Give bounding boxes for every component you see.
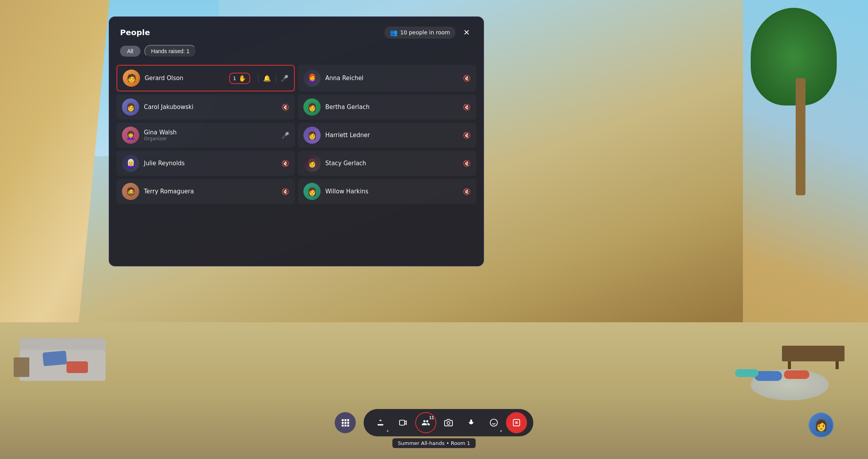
avatar-harriett: 👩 [303, 127, 321, 144]
svg-point-10 [447, 421, 450, 424]
person-actions-anna: 🔇 [463, 75, 471, 82]
apps-grid-icon [341, 418, 350, 427]
divider [258, 73, 258, 83]
people-button[interactable]: 11 [415, 412, 436, 433]
person-actions-willow: 🔇 [463, 188, 471, 195]
hand-raise-box: 1 ✋ [229, 73, 250, 84]
bench [782, 346, 845, 361]
microphone-icon [467, 418, 475, 427]
person-actions-carol: 🔇 [282, 104, 289, 111]
avatar-stacy: 👩 [303, 155, 321, 172]
svg-rect-4 [344, 422, 346, 424]
person-row-terry[interactable]: 🧔 Terry Romaguera 🔇 [117, 179, 295, 204]
panel-header: People 👥 10 people in room ✕ [109, 17, 484, 45]
camera-icon [444, 418, 453, 427]
person-info-anna: Anna Reichel [325, 75, 463, 82]
bench-leg [836, 361, 839, 369]
person-actions-terry: 🔇 [282, 188, 289, 195]
ground-cushion-blue [755, 371, 782, 381]
share-button[interactable]: ▲ [370, 412, 391, 433]
person-actions-gerard: 1 ✋ 🔔 🎤 [229, 73, 289, 84]
video-button[interactable] [393, 412, 414, 433]
person-info-carol: Carol Jakubowski [144, 104, 282, 111]
people-panel: People 👥 10 people in room ✕ All Hands r… [109, 16, 484, 266]
svg-point-12 [490, 419, 497, 426]
video-icon [399, 418, 407, 427]
people-count-icon: 👥 [390, 29, 398, 36]
mic-muted-icon-carol: 🔇 [282, 104, 289, 111]
person-info-bertha: Bertha Gerlach [325, 104, 463, 111]
share-chevron: ▲ [386, 429, 389, 432]
leave-button[interactable] [506, 412, 527, 433]
toolbar: ▲ 11 [335, 409, 533, 436]
sofa-area [12, 311, 121, 381]
panel-title: People [120, 28, 150, 37]
mic-muted-icon-bertha: 🔇 [463, 104, 471, 111]
cushion-blue [43, 350, 67, 366]
person-info-harriett: Harriett Ledner [325, 132, 463, 139]
apps-button[interactable] [335, 412, 356, 433]
person-actions-harriett: 🔇 [463, 132, 471, 139]
svg-rect-2 [347, 419, 349, 421]
mic-muted-icon-julie: 🔇 [282, 160, 289, 167]
ground-cushion-red [784, 370, 809, 379]
mic-muted-icon-willow: 🔇 [463, 188, 471, 195]
mic-icon-gina: 🎤 [282, 132, 289, 139]
avatar-anna: 👩‍🦰 [303, 70, 321, 87]
mic-muted-icon-harriett: 🔇 [463, 132, 471, 139]
person-name-gina: Gina Walsh [144, 129, 282, 136]
person-actions-bertha: 🔇 [463, 104, 471, 111]
user-avatar-emoji: 👩 [814, 419, 828, 432]
person-info-terry: Terry Romaguera [144, 188, 282, 195]
avatar-julie: 👩‍🦳 [122, 155, 139, 172]
side-table [14, 357, 29, 377]
people-count-label: 10 people in room [400, 29, 450, 36]
person-row-gerard[interactable]: 🧑 Gerard Olson 1 ✋ 🔔 🎤 [117, 65, 295, 91]
person-row-harriett[interactable]: 👩 Harriett Ledner 🔇 [298, 123, 476, 148]
tree-foliage [751, 8, 837, 105]
share-icon [376, 418, 385, 427]
person-name-gerard: Gerard Olson [145, 75, 229, 82]
person-name-julie: Julie Reynolds [144, 160, 282, 167]
avatar-bertha: 👩 [303, 98, 321, 116]
reactions-icon [490, 418, 498, 427]
person-name-anna: Anna Reichel [325, 75, 463, 82]
person-row-anna[interactable]: 👩‍🦰 Anna Reichel 🔇 [298, 65, 476, 91]
filter-hands-raised-button[interactable]: Hands raised: 1 [144, 45, 197, 57]
avatar-gerard: 🧑 [123, 70, 140, 87]
camera-button[interactable] [438, 412, 459, 433]
reactions-chevron: ▲ [499, 429, 503, 432]
person-info-willow: Willow Harkins [325, 188, 463, 195]
person-row-bertha[interactable]: 👩 Bertha Gerlach 🔇 [298, 95, 476, 120]
filter-all-button[interactable]: All [120, 46, 140, 57]
person-name-carol: Carol Jakubowski [144, 104, 282, 111]
reactions-button[interactable]: ▲ [483, 412, 504, 433]
person-name-bertha: Bertha Gerlach [325, 104, 463, 111]
avatar-willow: 👩 [303, 183, 321, 200]
person-row-carol[interactable]: 👩 Carol Jakubowski 🔇 [117, 95, 295, 120]
user-avatar-self: 👩 [809, 413, 834, 438]
person-info-gina: Gina Walsh Organizer [144, 129, 282, 141]
svg-rect-9 [400, 420, 405, 425]
avatar-carol: 👩 [122, 98, 139, 116]
svg-rect-5 [347, 422, 349, 424]
person-row-julie[interactable]: 👩‍🦳 Julie Reynolds 🔇 [117, 151, 295, 176]
svg-rect-8 [347, 425, 349, 427]
person-role-gina: Organizer [144, 136, 282, 141]
svg-rect-3 [342, 422, 344, 424]
mic-muted-icon-anna: 🔇 [463, 75, 471, 82]
tree-trunk [796, 78, 805, 195]
toolbar-main: ▲ 11 [364, 409, 533, 436]
microphone-button[interactable] [461, 412, 482, 433]
person-name-terry: Terry Romaguera [144, 188, 282, 195]
person-name-stacy: Stacy Gerlach [325, 160, 463, 167]
person-info-gerard: Gerard Olson [145, 75, 229, 82]
person-row-stacy[interactable]: 👩 Stacy Gerlach 🔇 [298, 151, 476, 176]
person-row-willow[interactable]: 👩 Willow Harkins 🔇 [298, 179, 476, 204]
bench-leg [788, 361, 791, 369]
bell-icon: 🔔 [263, 75, 271, 82]
close-button[interactable]: ✕ [460, 26, 473, 39]
mic-icon-gerard: 🎤 [281, 75, 289, 82]
hand-raise-emoji: ✋ [239, 75, 246, 82]
person-row-gina[interactable]: 👩‍🦱 Gina Walsh Organizer 🎤 [117, 123, 295, 148]
